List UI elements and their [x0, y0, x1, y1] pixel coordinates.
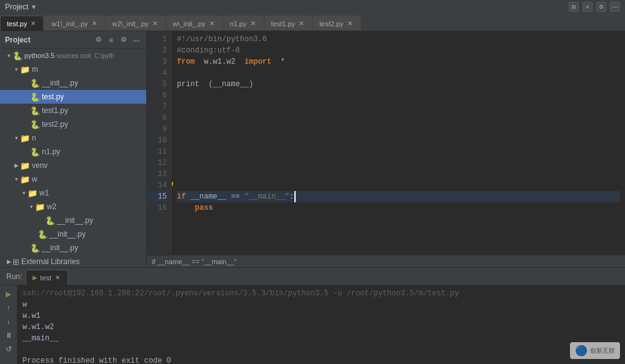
- breadcrumb-text: if __name__ == "__main__": [152, 258, 237, 265]
- tree-label-init-w2: __init__.py: [57, 216, 93, 225]
- code-indent: [177, 202, 195, 214]
- tree-label-n: n: [32, 134, 36, 142]
- run-stop-btn[interactable]: ⏸: [2, 329, 15, 342]
- tree-item-init-w2[interactable]: ▶ 🐍 __init__.py: [0, 214, 146, 227]
- code-line-3: from w.w1.w2 import *: [177, 56, 620, 67]
- settings-icon-2[interactable]: ≡: [582, 2, 592, 12]
- code-line-13: [177, 169, 620, 180]
- tab-test1-py-close[interactable]: ✕: [298, 19, 305, 27]
- tab-test-py[interactable]: test.py ✕: [0, 16, 44, 31]
- tree-item-m[interactable]: ▾ 📁 m: [0, 62, 146, 76]
- code-line-14: 💡: [177, 180, 620, 191]
- tree-item-init-w1[interactable]: ▶ 🐍 __init__.py: [0, 227, 146, 241]
- code-line-2: #conding:utf-8: [177, 45, 620, 56]
- tab-w-init[interactable]: w\_init_.py ✕: [166, 16, 222, 31]
- code-colon: :: [289, 191, 294, 202]
- code-line-8: [177, 112, 620, 124]
- tab-test1-py[interactable]: test1.py ✕: [264, 16, 312, 31]
- tree-item-w2[interactable]: ▾ 📁 w2: [0, 200, 146, 214]
- run-body: ▶ ↑ ↓ ⏸ ↺ ssh://root@192.168.1.200:22/ro…: [0, 285, 625, 364]
- tree-item-test1-py[interactable]: ▶ 🐍 test1.py: [0, 104, 146, 117]
- run-tab-icon: ▶: [32, 274, 38, 281]
- py-icon-init-m: 🐍: [30, 79, 40, 88]
- tab-w1-init[interactable]: w1\_init_.py ✕: [44, 16, 104, 31]
- tab-test2-py-close[interactable]: ✕: [346, 19, 354, 27]
- tree-label-ext-libs: External Libraries: [21, 257, 79, 266]
- code-line-6: [177, 90, 620, 101]
- minimize-icon[interactable]: —: [610, 2, 620, 12]
- tree-item-n1-py[interactable]: ▶ 🐍 n1.py: [0, 145, 146, 159]
- py-icon-test: 🐍: [30, 92, 40, 102]
- sidebar-settings-btn[interactable]: ⚙: [94, 35, 104, 45]
- editor-content: 1 2 3 4 5 6 7 8 9 10 11 12 13 14 15 16 #…: [147, 31, 625, 255]
- tree-arrow-venv: ▶: [12, 162, 20, 169]
- code-if-content: __name__ ==: [186, 191, 244, 202]
- title-bar: Project ▾ ⊞ ≡ ⚙ —: [0, 0, 625, 14]
- tab-w1-init-close[interactable]: ✕: [91, 19, 98, 27]
- tab-test2-py[interactable]: test2.py ✕: [312, 16, 361, 31]
- tree-item-venv[interactable]: ▶ 📁 venv: [0, 159, 146, 172]
- tab-w2-init-close[interactable]: ✕: [151, 19, 159, 27]
- py-icon-test2: 🐍: [30, 120, 40, 129]
- run-tab-close[interactable]: ✕: [54, 273, 61, 282]
- tree-label-m: m: [32, 65, 38, 74]
- kw-pass: pass: [195, 202, 213, 214]
- tab-test-py-close[interactable]: ✕: [29, 19, 37, 27]
- code-star: *: [271, 56, 285, 67]
- code-line-5: print (__name__): [177, 79, 620, 90]
- tree-arrow-python35: ▾: [5, 52, 12, 59]
- sidebar-close-btn[interactable]: —: [131, 35, 141, 45]
- run-up-btn[interactable]: ↑: [2, 302, 15, 314]
- tab-w2-init-label: w2\_init_.py: [112, 20, 149, 27]
- sidebar-gear-btn[interactable]: ⚙: [119, 35, 129, 45]
- tab-n1-py[interactable]: n1.py ✕: [223, 16, 264, 31]
- code-space: w.w1.w2: [195, 56, 244, 67]
- settings-icon-1[interactable]: ⊞: [569, 2, 579, 12]
- run-rerun-btn[interactable]: ↺: [2, 343, 15, 355]
- sidebar-title: Project: [5, 36, 91, 44]
- tree-item-init-w[interactable]: ▶ 🐍 __init__.py: [0, 241, 146, 255]
- tree-item-test-py[interactable]: ▶ 🐍 test.py: [0, 90, 146, 104]
- tree-item-w1[interactable]: ▾ 📁 w1: [0, 186, 146, 200]
- run-tab-bar: Run: ▶ test ✕: [0, 268, 625, 285]
- bulb-icon-14[interactable]: 💡: [172, 180, 175, 192]
- tree-item-test2-py[interactable]: ▶ 🐍 test2.py: [0, 117, 146, 131]
- tree-arrow-w2: ▾: [28, 204, 35, 210]
- run-output-line-1: ssh://root@192.168.1.200:22/root/.pyenv/…: [22, 288, 620, 299]
- main-content: Project ⚙ ≡ ⚙ — ▾ 🐍 python3.5 sources ro…: [0, 31, 625, 267]
- editor-area: 1 2 3 4 5 6 7 8 9 10 11 12 13 14 15 16 #…: [147, 31, 625, 267]
- run-tab-test[interactable]: ▶ test ✕: [26, 270, 68, 285]
- code-line-16: pass: [177, 202, 620, 214]
- py-icon-init-w: 🐍: [30, 243, 40, 253]
- folder-w2-icon: 📁: [35, 202, 45, 212]
- tree-item-init-m[interactable]: ▶ 🐍 __init__.py: [0, 76, 146, 90]
- tree-item-ext-libs[interactable]: ▶ ⊞ External Libraries: [0, 255, 146, 267]
- code-editor[interactable]: #!/usr/bin/python3.6 #conding:utf-8 from…: [172, 31, 625, 255]
- folder-n-icon: 📁: [20, 134, 30, 143]
- run-output-line-4: w.w1.w2: [22, 322, 620, 333]
- tab-n1-py-close[interactable]: ✕: [249, 19, 257, 27]
- tree-item-python35[interactable]: ▾ 🐍 python3.5 sources root, C:\pyth: [0, 49, 146, 62]
- run-down-btn[interactable]: ↓: [2, 315, 15, 328]
- ext-libs-icon: ⊞: [12, 257, 19, 267]
- tree-item-w[interactable]: ▾ 📁 w: [0, 172, 146, 186]
- tab-w-init-close[interactable]: ✕: [208, 19, 216, 27]
- tab-w2-init[interactable]: w2\_init_.py ✕: [106, 16, 166, 31]
- sidebar-layout-btn[interactable]: ≡: [106, 35, 116, 45]
- project-sidebar: Project ⚙ ≡ ⚙ — ▾ 🐍 python3.5 sources ro…: [0, 31, 147, 267]
- tree-label-test: test.py: [42, 92, 64, 101]
- editor-tab-bar: test.py ✕ w1\_init_.py ✕ w2\_init_.py ✕ …: [0, 14, 625, 31]
- tree-label-init-w1: __init__.py: [49, 230, 86, 239]
- code-line-7: [177, 101, 620, 112]
- tree-label-venv: venv: [32, 161, 48, 170]
- run-toolbar: ▶ ↑ ↓ ⏸ ↺: [0, 285, 18, 364]
- tree-item-n[interactable]: ▾ 📁 n: [0, 131, 146, 145]
- comment-1: #!/usr/bin/python3.6: [177, 34, 267, 45]
- comment-2: #conding:utf-8: [177, 45, 240, 56]
- project-dropdown-icon[interactable]: ▾: [32, 2, 36, 11]
- gear-icon[interactable]: ⚙: [596, 2, 606, 12]
- tree-label-w1: w1: [39, 189, 49, 197]
- py-icon-test1: 🐍: [30, 106, 40, 116]
- run-play-btn[interactable]: ▶: [2, 288, 15, 300]
- tab-n1-py-label: n1.py: [230, 20, 247, 27]
